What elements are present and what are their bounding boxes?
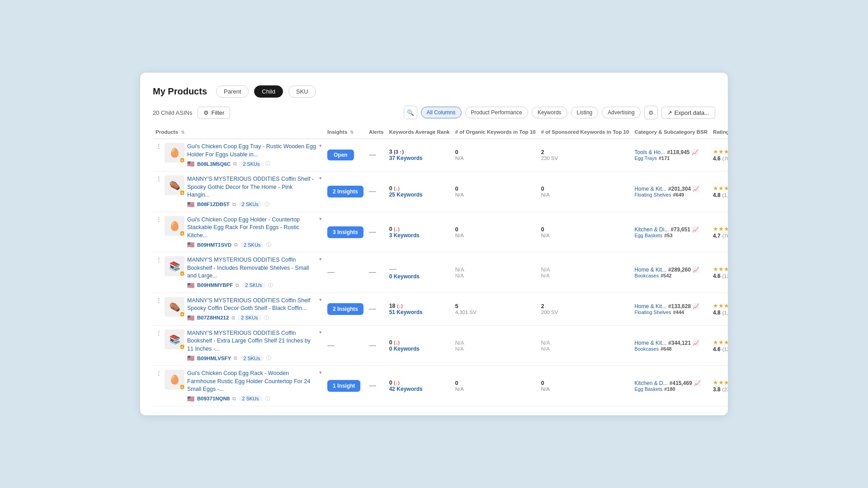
sku-count: 2 SKUs xyxy=(242,282,265,288)
kw-label[interactable]: 37 Keywords xyxy=(389,155,450,161)
asin-code[interactable]: B09HMMYBPF xyxy=(197,282,233,288)
bsr-chart-icon[interactable]: 📈 xyxy=(693,267,699,273)
expand-button[interactable]: ▾ xyxy=(319,329,322,335)
kw-avg-cell: — 0 Keywords xyxy=(387,252,453,293)
filter-button[interactable]: ⚙ Filter xyxy=(198,107,230,119)
asin-code[interactable]: B07Z8HN212 xyxy=(197,315,229,320)
subcategory-name[interactable]: Egg Trays xyxy=(634,155,657,161)
category-cell: Tools & Ho... #118,945 📈 Egg Trays #171 xyxy=(632,139,710,171)
info-icon[interactable]: ⓘ xyxy=(265,160,270,167)
asin-code[interactable]: B09371NQN8 xyxy=(197,396,230,401)
asin-code[interactable]: B09HMLVSFY xyxy=(197,356,231,361)
expand-button[interactable]: ▾ xyxy=(319,216,322,222)
subcategory-name[interactable]: Floating Shelves xyxy=(634,310,671,315)
kw-label[interactable]: 25 Keywords xyxy=(389,192,450,198)
col-all-columns[interactable]: All Columns xyxy=(421,107,462,118)
more-menu-button[interactable]: ⋮ xyxy=(156,143,162,150)
subheader-row: 20 Child ASINs ⚙ Filter 🔍 All Columns Pr… xyxy=(153,106,715,119)
expand-button[interactable]: ▾ xyxy=(319,256,322,262)
insight-button[interactable]: 2 Insights xyxy=(327,303,363,315)
product-cell: ⋮ 🥚 a Gui's Chicken Coop Egg Tray - Rust… xyxy=(153,139,325,171)
more-menu-button[interactable]: ⋮ xyxy=(156,370,162,377)
open-button[interactable]: Open xyxy=(327,150,354,160)
insight-button[interactable]: 3 Insights xyxy=(327,226,363,238)
kw-label[interactable]: 42 Keywords xyxy=(389,386,450,392)
info-icon[interactable]: ⓘ xyxy=(266,355,271,361)
info-icon[interactable]: ⓘ xyxy=(264,314,269,321)
sort-products-icon[interactable]: ⇅ xyxy=(181,130,184,135)
info-icon[interactable]: ⓘ xyxy=(266,241,271,248)
copy-icon[interactable]: ⧉ xyxy=(231,315,235,321)
product-name[interactable]: Gui's Chicken Coop Egg Tray - Rustic Woo… xyxy=(187,143,316,159)
product-name[interactable]: MANNY'S MYSTERIOUS ODDITIES Coffin Books… xyxy=(187,329,316,353)
kw-label[interactable]: 3 Keywords xyxy=(389,232,450,239)
info-icon[interactable]: ⓘ xyxy=(268,282,273,289)
expand-button[interactable]: ▾ xyxy=(319,370,322,375)
col-advertising[interactable]: Advertising xyxy=(602,107,640,118)
category-name[interactable]: Home & Kit... xyxy=(634,340,666,346)
expand-button[interactable]: ▾ xyxy=(319,175,322,181)
category-name[interactable]: Home & Kit... xyxy=(634,186,666,192)
col-keywords[interactable]: Keywords xyxy=(532,107,567,118)
kw-label[interactable]: 0 Keywords xyxy=(389,346,450,352)
more-menu-button[interactable]: ⋮ xyxy=(156,216,162,223)
product-name[interactable]: MANNY'S MYSTERIOUS ODDITIES Coffin Books… xyxy=(187,256,316,280)
bsr-chart-icon[interactable]: 📈 xyxy=(692,226,699,233)
col-listing[interactable]: Listing xyxy=(571,107,599,118)
more-menu-button[interactable]: ⋮ xyxy=(156,297,162,304)
kw-label[interactable]: 0 Keywords xyxy=(389,273,450,280)
bsr-chart-icon[interactable]: 📈 xyxy=(692,149,698,155)
expand-button[interactable]: ▾ xyxy=(319,143,322,149)
category-name[interactable]: Home & Kit... xyxy=(634,267,666,273)
alerts-dash: — xyxy=(369,188,376,195)
sort-insights-icon[interactable]: ⇅ xyxy=(350,130,354,135)
tab-child[interactable]: Child xyxy=(254,85,283,98)
insight-button[interactable]: 1 Insight xyxy=(327,380,360,392)
tab-parent[interactable]: Parent xyxy=(216,85,249,98)
rating-cell: ★★★★★ 📈 4.6 (123) 📈 xyxy=(710,325,728,366)
bsr-chart-icon[interactable]: 📈 xyxy=(694,380,701,386)
kw-label[interactable]: 51 Keywords xyxy=(389,309,450,315)
category-name[interactable]: Kitchen & Di... xyxy=(634,226,669,233)
asin-code[interactable]: B09HMT1SVD xyxy=(197,242,231,248)
copy-icon[interactable]: ⧉ xyxy=(234,242,238,248)
export-button[interactable]: ↗ Export data... xyxy=(661,107,715,119)
subcategory-name[interactable]: Egg Baskets xyxy=(634,233,662,238)
product-name[interactable]: Gui's Chicken Coop Egg Holder - Countert… xyxy=(187,216,316,240)
subcategory-name[interactable]: Floating Shelves xyxy=(634,192,671,197)
review-count: (123) xyxy=(722,347,728,352)
col-product-performance[interactable]: Product Performance xyxy=(465,107,528,118)
category-name[interactable]: Kitchen & D... xyxy=(634,380,667,386)
product-name[interactable]: MANNY'S MYSTERIOUS ODDITIES Coffin Shelf… xyxy=(187,175,316,199)
copy-icon[interactable]: ⧉ xyxy=(234,355,237,361)
insight-cell: 1 Insight xyxy=(325,366,366,406)
tab-sku[interactable]: SKU xyxy=(288,85,316,98)
copy-icon[interactable]: ⧉ xyxy=(232,202,236,207)
product-name[interactable]: MANNY'S MYSTERIOUS ODDITIES Coffin Shelf… xyxy=(187,297,316,313)
asin-code[interactable]: B08L3M5Q6C xyxy=(197,161,231,167)
insight-button[interactable]: 2 Insights xyxy=(327,186,363,197)
copy-icon[interactable]: ⧉ xyxy=(236,282,239,288)
copy-icon[interactable]: ⧉ xyxy=(233,161,237,167)
more-menu-button[interactable]: ⋮ xyxy=(156,175,162,183)
product-cell: ⋮ 🥚 a Gui's Chicken Coop Egg Rack - Wood… xyxy=(153,366,325,406)
bsr-chart-icon[interactable]: 📈 xyxy=(693,303,699,310)
category-name[interactable]: Tools & Ho... xyxy=(634,149,665,155)
more-menu-button[interactable]: ⋮ xyxy=(156,256,162,263)
info-icon[interactable]: ⓘ xyxy=(265,395,270,402)
subcategory-name[interactable]: Bookcases xyxy=(634,273,659,278)
expand-button[interactable]: ▾ xyxy=(319,297,322,303)
bsr-chart-icon[interactable]: 📈 xyxy=(693,340,699,346)
settings-button[interactable]: ⚙ xyxy=(644,106,658,119)
bsr-chart-icon[interactable]: 📈 xyxy=(693,186,699,192)
product-name[interactable]: Gui's Chicken Coop Egg Rack - Wooden Far… xyxy=(187,370,316,394)
amazon-badge: a xyxy=(180,158,184,162)
search-button[interactable]: 🔍 xyxy=(404,106,417,119)
info-icon[interactable]: ⓘ xyxy=(264,201,269,208)
copy-icon[interactable]: ⧉ xyxy=(232,396,236,402)
more-menu-button[interactable]: ⋮ xyxy=(156,329,162,337)
subcategory-name[interactable]: Egg Baskets xyxy=(634,386,662,392)
subcategory-name[interactable]: Bookcases xyxy=(634,346,659,352)
category-name[interactable]: Home & Kit... xyxy=(634,303,666,310)
asin-code[interactable]: B08F1ZDB5T xyxy=(197,202,230,207)
